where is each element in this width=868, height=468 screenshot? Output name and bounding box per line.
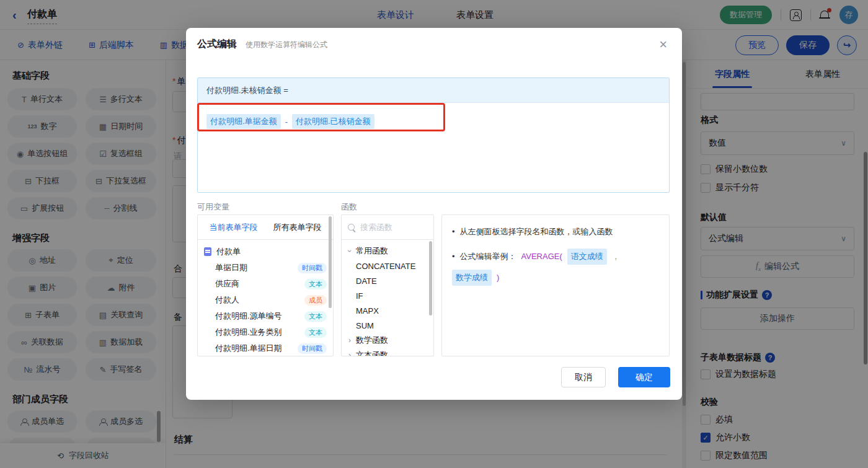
type-tag: 文本 bbox=[304, 327, 327, 338]
variable-row[interactable]: 付款明细.业务类别文本 bbox=[198, 324, 333, 340]
function-search bbox=[342, 215, 433, 240]
function-search-input[interactable] bbox=[360, 223, 427, 232]
hints-panel: •从左侧面板选择字段名和函数，或输入函数 • 公式编辑举例： AVERAGE( … bbox=[441, 214, 670, 356]
tab-current-form-fields[interactable]: 当前表单字段 bbox=[210, 222, 258, 233]
functions-panel: ›常用函数 CONCATENATE DATE IF MAPX SUM ›数学函数… bbox=[341, 214, 434, 356]
form-file-icon bbox=[204, 247, 211, 256]
app-root: ‹ 付款单 表单设计 表单设置 数据管理 存 ⊘表单外链 ⊞后端脚本 ▥数据权 … bbox=[0, 0, 868, 468]
hint-line: •从左侧面板选择字段名和函数，或输入函数 bbox=[452, 225, 659, 239]
variables-panel: 当前表单字段 所有表单字段 付款单 单据日期时间戳 供应商文本 付款人成员 付款… bbox=[197, 214, 334, 356]
function-item[interactable]: SUM bbox=[342, 318, 433, 333]
confirm-button[interactable]: 确定 bbox=[618, 367, 670, 387]
function-item[interactable]: IF bbox=[342, 288, 433, 303]
function-item[interactable]: CONCATENATE bbox=[342, 258, 433, 273]
type-tag: 成员 bbox=[304, 295, 327, 306]
type-tag: 文本 bbox=[304, 311, 327, 322]
formula-edit-modal: 公式编辑 使用数学运算符编辑公式 × 付款明细.未核销金额 = 付款明细.单据金… bbox=[186, 28, 682, 400]
formula-editor[interactable]: 付款明细.未核销金额 = 付款明细.单据金额 - 付款明细.已核销金额 bbox=[197, 77, 670, 193]
variable-row[interactable]: 单据日期时间戳 bbox=[198, 260, 333, 276]
formula-field-token[interactable]: 付款明细.单据金额 bbox=[206, 114, 281, 129]
modal-header: 公式编辑 使用数学运算符编辑公式 bbox=[197, 38, 327, 51]
example-field-chip: 数学成绩 bbox=[452, 270, 492, 286]
variables-scrollbar[interactable] bbox=[329, 216, 332, 308]
formula-expression[interactable]: 付款明细.单据金额 - 付款明细.已核销金额 bbox=[198, 103, 669, 140]
example-function-name: AVERAGE( bbox=[521, 250, 562, 263]
chevron-icon: › bbox=[347, 336, 353, 345]
variable-row[interactable]: 供应商文本 bbox=[198, 276, 333, 292]
type-tag: 时间戳 bbox=[298, 263, 327, 273]
function-item[interactable]: MAPX bbox=[342, 303, 433, 318]
tab-all-form-fields[interactable]: 所有表单字段 bbox=[273, 222, 322, 233]
variable-row[interactable]: 付款明细.单据日期时间戳 bbox=[198, 340, 333, 356]
hint-example-line: • 公式编辑举例： AVERAGE( 语文成绩 ， 数学成绩 ) bbox=[452, 249, 659, 286]
cancel-button[interactable]: 取消 bbox=[561, 367, 606, 387]
type-tag: 时间戳 bbox=[298, 343, 327, 354]
function-item[interactable]: DATE bbox=[342, 273, 433, 288]
search-icon bbox=[348, 224, 355, 231]
variable-row[interactable]: 付款明细.源单编号文本 bbox=[198, 308, 333, 324]
function-group-text[interactable]: ›文本函数 bbox=[342, 348, 433, 356]
variables-tabs: 当前表单字段 所有表单字段 bbox=[198, 215, 333, 240]
formula-field-token[interactable]: 付款明细.已核销金额 bbox=[292, 114, 374, 129]
variables-label: 可用变量 bbox=[197, 201, 229, 213]
functions-scrollbar[interactable] bbox=[429, 241, 432, 316]
type-tag: 文本 bbox=[304, 279, 327, 289]
example-field-chip: 语文成绩 bbox=[567, 249, 607, 265]
function-group-common[interactable]: ›常用函数 bbox=[342, 244, 433, 258]
functions-label: 函数 bbox=[341, 201, 357, 213]
variable-root-row[interactable]: 付款单 bbox=[198, 244, 333, 260]
formula-target: 付款明细.未核销金额 = bbox=[198, 78, 669, 103]
function-group-math[interactable]: ›数学函数 bbox=[342, 333, 433, 348]
modal-title: 公式编辑 bbox=[197, 38, 237, 51]
variables-list: 付款单 单据日期时间戳 供应商文本 付款人成员 付款明细.源单编号文本 付款明细… bbox=[198, 240, 333, 356]
chevron-icon: › bbox=[347, 351, 353, 356]
modal-subtitle: 使用数学运算符编辑公式 bbox=[246, 40, 327, 50]
variable-row[interactable]: 付款人成员 bbox=[198, 292, 333, 308]
formula-operator: - bbox=[285, 117, 288, 126]
functions-list: ›常用函数 CONCATENATE DATE IF MAPX SUM ›数学函数… bbox=[342, 240, 433, 356]
close-icon[interactable]: × bbox=[659, 38, 667, 51]
chevron-icon: › bbox=[345, 248, 354, 254]
